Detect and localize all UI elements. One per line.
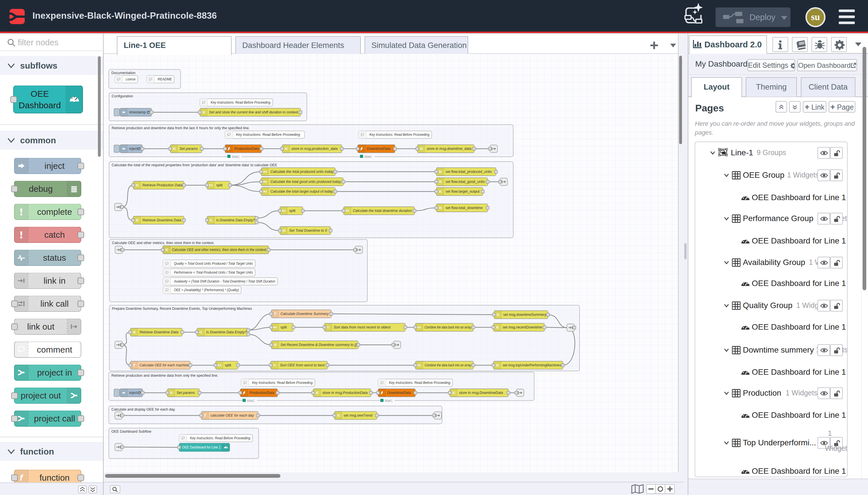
svg-text:ProductionData: ProductionData [234, 147, 259, 151]
svg-text:inject: inject [129, 147, 138, 151]
svg-text:Retrieve Downtime Data: Retrieve Downtime Data [142, 218, 181, 222]
svg-text:split: split [216, 183, 223, 187]
svg-text:store in msg.ProductionData: store in msg.ProductionData [322, 391, 368, 395]
svg-text:Retrieve Downtime Data: Retrieve Downtime Data [139, 330, 178, 334]
svg-text:function: function [39, 473, 69, 482]
svg-text:store in msg.DowntimeData: store in msg.DowntimeData [459, 391, 503, 395]
svg-text:RWC: RWC [385, 399, 393, 403]
svg-text:comment: comment [37, 345, 72, 354]
svg-text:Combine the data back into an: Combine the data back into an array. [424, 363, 472, 367]
svg-text:set msg.downtimeSummery: set msg.downtimeSummery [503, 313, 546, 317]
svg-text:link out: link out [27, 322, 54, 331]
svg-text:Set and store the current line: Set and store the current line and shift… [209, 110, 299, 114]
svg-text:RWC: RWC [247, 399, 255, 403]
svg-text:Retrieve Production Data: Retrieve Production Data [142, 183, 182, 187]
svg-text:Set Total Downtime to 0: Set Total Downtime to 0 [289, 228, 327, 233]
svg-text:OEE = (Availability) * (Perfor: OEE = (Availability) * (Performance) * (… [174, 288, 239, 292]
svg-text:ProductionData: ProductionData [249, 391, 274, 395]
svg-text:Retrieve production and downti: Retrieve production and downtime data fr… [112, 126, 250, 130]
svg-text:Calculate OEE and other metric: Calculate OEE and other metrics, then st… [172, 248, 267, 252]
svg-text:link call: link call [40, 299, 69, 308]
svg-text:Sort OEE from worst to best: Sort OEE from worst to best [280, 363, 325, 367]
svg-text:Dashboard: Dashboard [19, 101, 61, 110]
svg-text:timestamp: timestamp [129, 110, 146, 114]
svg-text:Performance = Total Produced U: Performance = Total Produced Units / Tot… [174, 271, 253, 274]
svg-text:Set Recent Downtime & Downtime: Set Recent Downtime & Downtime summery t… [280, 343, 357, 347]
svg-text:DowntimeData: DowntimeData [387, 391, 411, 395]
svg-text:DowntimeData: DowntimeData [367, 147, 390, 151]
svg-text:OEE Dashboard for Line 1: OEE Dashboard for Line 1 [182, 445, 221, 449]
svg-text:set flow.total_good_units: set flow.total_good_units [446, 180, 485, 184]
svg-text:calculate OEE for each day: calculate OEE for each day [210, 413, 254, 417]
svg-text:Key Instructions: Read Before: Key Instructions: Read Before Proceeding [252, 381, 313, 385]
svg-text:Calculate the total good units: Calculate the total good units produced … [271, 180, 342, 184]
svg-text:Key Instructions: Read Before: Key Instructions: Read Before Proceeding [236, 133, 300, 137]
svg-text:Prepare Downtime Summary, Rece: Prepare Downtime Summary, Recent Downtim… [112, 307, 252, 311]
svg-text:Documentation: Documentation [111, 71, 136, 75]
svg-text:Calculate the total target out: Calculate the total target output of tod… [271, 189, 333, 193]
svg-text:Calculate Downtime Summery: Calculate Downtime Summery [280, 312, 329, 316]
svg-text:OEE Dashboard Subflow: OEE Dashboard Subflow [111, 429, 152, 433]
svg-text:set msg.oeeTrend: set msg.oeeTrend [344, 413, 372, 417]
svg-text:Key Instructions: Read Before: Key Instructions: Read Before Proceeding [190, 436, 250, 440]
svg-text:License: License [126, 77, 136, 81]
svg-text:set msg.recentDowntime: set msg.recentDowntime [503, 325, 542, 329]
svg-text:set flow.total_downtime: set flow.total_downtime [446, 206, 483, 210]
svg-text:Calculate and display OEE for: Calculate and display OEE for each day. [111, 407, 176, 411]
svg-text:project out: project out [21, 391, 61, 400]
svg-text:split: split [289, 209, 296, 213]
svg-text:Set params: Set params [176, 391, 195, 395]
svg-text:link in: link in [44, 276, 66, 285]
svg-text:Calculate OEE for each machine: Calculate OEE for each machine [139, 363, 189, 367]
svg-text:Calculate OEE and other metric: Calculate OEE and other metrics, then st… [112, 241, 214, 245]
svg-text:Retrieve production and downti: Retrieve production and downtime data fr… [111, 374, 218, 378]
svg-text:Set params: Set params [179, 147, 198, 151]
svg-text:Sort data from most recent to: Sort data from most recent to oldest [333, 325, 390, 329]
svg-text:Is Downtime Data Empty?: Is Downtime Data Empty? [206, 330, 246, 334]
svg-text:Key Instructions: Read Before: Key Instructions: Read Before Proceeding [211, 101, 271, 104]
svg-text:debug: debug [29, 184, 53, 193]
svg-text:inject: inject [45, 161, 65, 171]
svg-text:split: split [280, 325, 287, 329]
svg-text:Configuration: Configuration [112, 94, 133, 98]
svg-text:store in msg.production_data: store in msg.production_data [291, 147, 337, 151]
svg-text:OEE: OEE [31, 89, 49, 99]
svg-text:RWC: RWC [232, 155, 240, 158]
svg-text:Calculate the total downtime d: Calculate the total downtime duration [353, 209, 412, 213]
svg-text:inject: inject [129, 391, 138, 395]
svg-text:Availavity = (Total Shift Dura: Availavity = (Total Shift Duration - Tot… [174, 279, 275, 284]
svg-text:Calculate the total of the req: Calculate the total of the required prop… [112, 163, 277, 167]
svg-text:Key Instructions: Read Before: Key Instructions: Read Before Proceeding [369, 133, 429, 137]
svg-text:Combine the data back into an: Combine the data back into an array. [424, 325, 472, 329]
svg-text:catch: catch [44, 230, 65, 239]
svg-text:status: status [43, 253, 66, 262]
svg-text:Is Downtime Data Empty?: Is Downtime Data Empty? [216, 218, 255, 222]
svg-text:Quality = Total Good Units Pro: Quality = Total Good Units Produced / To… [174, 261, 253, 266]
svg-text:project in: project in [37, 368, 72, 377]
svg-text:Key Instructions: Read Before: Key Instructions: Read Before Proceeding [389, 381, 450, 385]
svg-text:set flow.total_produced_units: set flow.total_produced_units [446, 170, 492, 174]
svg-text:split: split [225, 363, 231, 367]
svg-text:set flow.target_output: set flow.target_output [446, 189, 480, 193]
svg-text:Calculate the total produced u: Calculate the total produced units today [271, 170, 333, 174]
svg-text:set msg.topUnderPerformingMach: set msg.topUnderPerformingMachines [503, 363, 561, 367]
svg-text:complete: complete [37, 207, 72, 217]
svg-text:RWC: RWC [365, 155, 372, 158]
svg-text:README: README [158, 77, 172, 81]
svg-text:store in msg.downtime_data: store in msg.downtime_data [427, 147, 471, 151]
svg-text:project call: project call [34, 414, 75, 423]
